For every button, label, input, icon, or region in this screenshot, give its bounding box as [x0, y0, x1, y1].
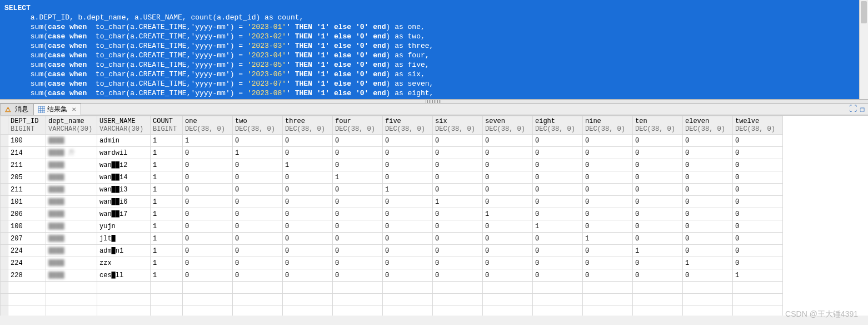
cell-value[interactable]: 0	[233, 171, 283, 184]
cell-value[interactable]: 0	[283, 171, 333, 184]
cell-value[interactable]: 0	[683, 171, 733, 184]
cell-value[interactable]: 0	[383, 147, 433, 159]
cell-dept-id[interactable]: 211	[8, 159, 46, 171]
cell-value[interactable]: 1	[383, 184, 433, 196]
cell-value[interactable]: 0	[283, 233, 333, 245]
cell-user-name[interactable]: admin	[97, 135, 151, 147]
cell-user-name[interactable]: wan██i6	[97, 196, 151, 208]
cell-value[interactable]: 0	[183, 233, 233, 245]
cell-user-name[interactable]: yujn	[97, 220, 151, 233]
cell-value[interactable]: 0	[483, 159, 533, 171]
cell-value[interactable]: 0	[183, 196, 233, 208]
cell-dept-name[interactable]: ████	[46, 233, 97, 245]
cell-value[interactable]: 0	[483, 233, 533, 245]
row-gutter[interactable]	[1, 208, 8, 220]
cell-value[interactable]: 0	[533, 184, 583, 196]
cell-value[interactable]: 1	[183, 135, 233, 147]
cell-dept-id[interactable]: 207	[8, 233, 46, 245]
cell-dept-name[interactable]: ████	[46, 196, 97, 208]
scrollbar-vertical[interactable]	[859, 0, 868, 99]
cell-value[interactable]: 0	[283, 184, 333, 196]
cell-value[interactable]: 0	[383, 220, 433, 233]
cell-count[interactable]: 1	[151, 196, 183, 208]
cell-value[interactable]: 0	[483, 269, 533, 282]
cell-value[interactable]: 0	[483, 184, 533, 196]
cell-value[interactable]: 0	[733, 245, 783, 257]
cell-dept-id[interactable]: 211	[8, 184, 46, 196]
close-icon[interactable]: ✕	[72, 106, 76, 112]
column-header[interactable]: oneDEC(38, 0)	[183, 116, 233, 135]
cell-user-name[interactable]: jlt█	[97, 233, 151, 245]
cell-value[interactable]: 0	[433, 257, 483, 269]
cell-value[interactable]: 0	[383, 171, 433, 184]
cell-value[interactable]: 0	[583, 184, 633, 196]
cell-value[interactable]: 1	[733, 269, 783, 282]
table-row[interactable]: 100████yujn1000000010000	[1, 220, 783, 233]
column-header[interactable]: DEPT_IDBIGINT	[8, 116, 46, 135]
cell-value[interactable]: 0	[333, 196, 383, 208]
cell-value[interactable]: 0	[583, 257, 633, 269]
table-row[interactable]: 214████ 斤wardwil1010000000000	[1, 147, 783, 159]
cell-dept-id[interactable]: 100	[8, 220, 46, 233]
cell-value[interactable]: 0	[683, 233, 733, 245]
cell-count[interactable]: 1	[151, 171, 183, 184]
cell-value[interactable]: 0	[733, 208, 783, 220]
cell-count[interactable]: 1	[151, 220, 183, 233]
cell-value[interactable]: 0	[433, 233, 483, 245]
cell-user-name[interactable]: wan██i7	[97, 208, 151, 220]
cell-value[interactable]: 0	[233, 220, 283, 233]
cell-value[interactable]: 0	[583, 269, 633, 282]
cell-dept-name[interactable]: ████	[46, 171, 97, 184]
cell-user-name[interactable]: wan██i3	[97, 184, 151, 196]
row-gutter[interactable]	[1, 184, 8, 196]
cell-dept-id[interactable]: 100	[8, 135, 46, 147]
column-header[interactable]: sixDEC(38, 0)	[433, 116, 483, 135]
cell-value[interactable]: 0	[333, 147, 383, 159]
cell-value[interactable]: 0	[683, 220, 733, 233]
cell-value[interactable]: 0	[733, 135, 783, 147]
cell-value[interactable]: 0	[333, 184, 383, 196]
cell-value[interactable]: 0	[333, 269, 383, 282]
cell-dept-id[interactable]: 205	[8, 171, 46, 184]
cell-count[interactable]: 1	[151, 208, 183, 220]
cell-value[interactable]: 0	[233, 245, 283, 257]
cell-value[interactable]: 0	[683, 196, 733, 208]
cell-value[interactable]: 0	[383, 233, 433, 245]
table-row[interactable]: 207████jlt█1000000001000	[1, 233, 783, 245]
cell-value[interactable]: 0	[633, 220, 683, 233]
cell-value[interactable]: 0	[233, 269, 283, 282]
cell-value[interactable]: 0	[433, 135, 483, 147]
cell-dept-name[interactable]: ████	[46, 257, 97, 269]
cell-value[interactable]: 0	[183, 147, 233, 159]
cell-value[interactable]: 0	[383, 196, 433, 208]
cell-value[interactable]: 0	[583, 135, 633, 147]
cell-value[interactable]: 0	[283, 135, 333, 147]
cell-value[interactable]: 0	[683, 245, 733, 257]
row-gutter[interactable]	[1, 233, 8, 245]
cell-value[interactable]: 0	[433, 245, 483, 257]
cell-value[interactable]: 0	[683, 159, 733, 171]
cell-value[interactable]: 1	[683, 257, 733, 269]
table-row[interactable]: 224████adm█n11000000000100	[1, 245, 783, 257]
row-gutter[interactable]	[1, 245, 8, 257]
cell-value[interactable]: 1	[233, 147, 283, 159]
table-row[interactable]: 228████ces█ll1000000000001	[1, 269, 783, 282]
cell-value[interactable]: 0	[533, 269, 583, 282]
cell-value[interactable]: 0	[283, 245, 333, 257]
table-row[interactable]: 211████wan██i31000010000000	[1, 184, 783, 196]
cell-value[interactable]: 0	[333, 135, 383, 147]
cell-value[interactable]: 0	[183, 220, 233, 233]
table-row[interactable]: 205████wan██i41000100000000	[1, 171, 783, 184]
cell-value[interactable]: 0	[383, 245, 433, 257]
cell-value[interactable]: 0	[633, 184, 683, 196]
cell-value[interactable]: 0	[183, 171, 233, 184]
cell-value[interactable]: 0	[233, 184, 283, 196]
cell-value[interactable]: 0	[183, 257, 233, 269]
cell-value[interactable]: 0	[383, 257, 433, 269]
cell-value[interactable]: 0	[633, 233, 683, 245]
row-gutter[interactable]	[1, 135, 8, 147]
cell-value[interactable]: 1	[283, 159, 333, 171]
cell-value[interactable]: 0	[583, 159, 633, 171]
row-gutter[interactable]	[1, 171, 8, 184]
cell-value[interactable]: 0	[633, 159, 683, 171]
